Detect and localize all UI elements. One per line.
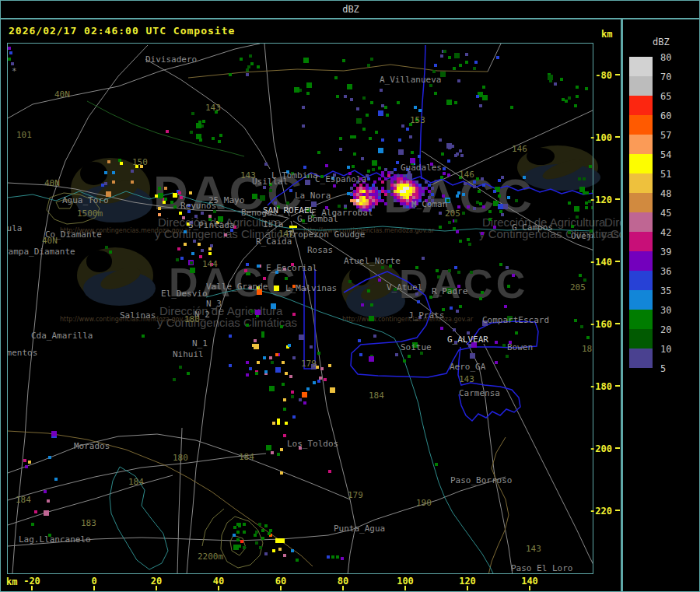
legend-swatch [629, 115, 653, 135]
echo-cell [303, 166, 306, 169]
echo-cell [257, 264, 260, 268]
echo-cell [473, 185, 476, 188]
echo-cell [243, 531, 246, 534]
road-label: 184 [239, 453, 254, 461]
echo-cell [507, 285, 510, 288]
legend-value: 45 [660, 208, 671, 219]
echo-cell [331, 555, 334, 559]
echo-cell [367, 177, 370, 180]
echo-cell [504, 305, 507, 308]
legend-swatch [629, 154, 653, 173]
place-label: CompartEscard [482, 316, 549, 324]
echo-cell [372, 168, 375, 171]
echo-cell [574, 104, 577, 107]
echo-cell [434, 64, 437, 67]
echo-cell [286, 201, 289, 205]
echo-cell [272, 549, 275, 552]
echo-cell [583, 177, 586, 180]
echo-cell [460, 154, 464, 157]
echo-cell [417, 300, 420, 303]
place-label: G_Bombal [297, 215, 338, 223]
echo-cell [336, 555, 339, 559]
echo-cell [112, 171, 115, 174]
echo-cell [369, 356, 374, 362]
echo-cell [246, 324, 249, 327]
echo-cell [109, 250, 112, 254]
echo-cell [283, 434, 286, 437]
road-label: 205 [445, 209, 460, 218]
echo-cell [384, 193, 387, 196]
echo-cell [258, 523, 261, 526]
radar-map[interactable]: DivisaderoA_Villanueva*aulaPampa_Diamant… [7, 43, 593, 574]
echo-cell [464, 182, 467, 185]
legend-value: 35 [660, 285, 671, 296]
echo-cell [48, 456, 51, 459]
bottom-axis-label: 0 [79, 576, 110, 587]
echo-cell [173, 205, 177, 208]
echo-cell [328, 470, 331, 473]
echo-cell [510, 106, 513, 109]
place-label: El_Desvio [161, 289, 208, 298]
echo-cell [280, 325, 283, 328]
echo-cell [212, 137, 215, 140]
echo-cell [482, 184, 485, 187]
echo-cell [229, 335, 232, 338]
echo-cell [285, 372, 288, 375]
road-label: 184 [369, 391, 384, 400]
echo-cell [236, 531, 240, 534]
echo-cell [283, 398, 286, 401]
echo-cell [334, 76, 338, 79]
echo-cell [201, 249, 204, 252]
road-label: 146 [512, 145, 527, 153]
road-label: 143 [526, 545, 541, 553]
right-axis-label: -100 [573, 132, 612, 143]
echo-cell [289, 375, 292, 378]
title-bar: dBZ [1, 1, 700, 18]
echo-cell [236, 538, 240, 541]
echo-cell [285, 422, 288, 425]
echo-cell [269, 356, 272, 359]
road-label: 18 [582, 345, 592, 353]
echo-cell [592, 190, 593, 193]
echo-cell [187, 372, 190, 375]
echo-cell [269, 189, 272, 192]
echo-cell [456, 310, 459, 313]
echo-cell [408, 355, 411, 358]
echo-cell [375, 131, 378, 134]
map-line [12, 45, 148, 573]
echo-cell [254, 534, 257, 537]
echo-cell [378, 278, 381, 282]
echo-cell [501, 176, 504, 179]
road-label: 179 [348, 491, 363, 499]
echo-cell [292, 356, 296, 359]
legend-swatch [629, 251, 653, 271]
echo-cell [415, 266, 418, 269]
echo-cell [44, 490, 47, 493]
place-label: Benogas [241, 208, 277, 217]
echo-cell [434, 92, 437, 95]
echo-cell [176, 258, 179, 261]
echo-cell [104, 171, 107, 174]
legend-value: 60 [660, 110, 671, 121]
road-label: 144 [202, 260, 218, 268]
bottom-axis-label: -20 [16, 576, 47, 587]
echo-cell [233, 526, 236, 529]
echo-cell [450, 307, 453, 310]
legend-value: 48 [660, 188, 671, 199]
echo-cell [261, 335, 264, 338]
echo-cell [454, 219, 457, 222]
echo-cell [467, 238, 470, 241]
echo-cell [272, 422, 275, 425]
place-label: J_Prats [408, 311, 444, 320]
echo-cell [568, 96, 571, 100]
legend-value: 10 [660, 344, 671, 355]
echo-cell [263, 277, 266, 280]
echo-cell [583, 278, 586, 282]
echo-cell [255, 310, 261, 315]
bottom-axis-label: 20 [141, 576, 172, 587]
road-label: 179 [301, 359, 317, 368]
echo-cell [418, 109, 422, 112]
echo-cell [448, 56, 451, 59]
right-axis-label: -120 [573, 194, 612, 205]
legend-value: 36 [660, 266, 671, 277]
